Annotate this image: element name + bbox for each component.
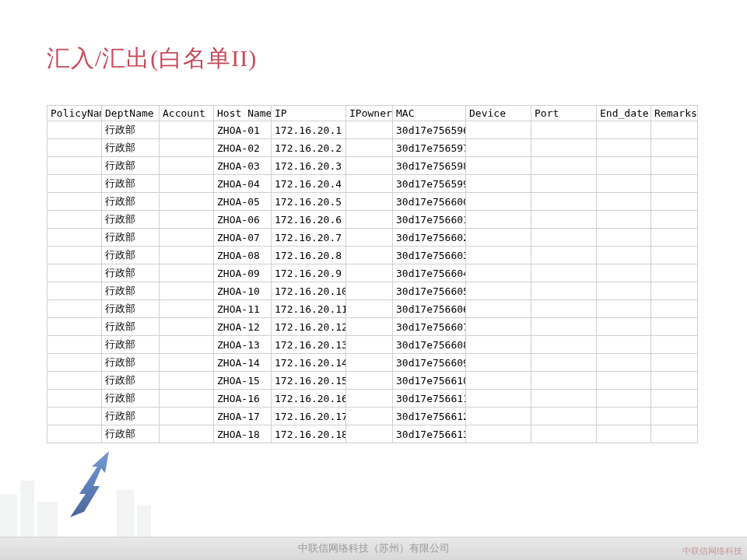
cell-device [466,175,531,193]
cell-mac: 30d17e756609 [393,354,466,372]
cell-ipowner [346,139,393,157]
cell-device [466,229,531,247]
table-row: 行政部ZHOA-16172.16.20.1630d17e756611 [47,390,698,408]
decoration-buildings [0,451,156,537]
cell-deptname: 行政部 [102,354,160,372]
table-row: 行政部ZHOA-07172.16.20.730d17e756602 [47,229,698,247]
cell-end_date [597,121,651,139]
cell-ipowner [346,264,393,282]
cell-end_date [597,300,651,318]
cell-account [160,372,214,390]
cell-mac: 30d17e756607 [393,318,466,336]
cell-port [531,211,597,229]
cell-hostname: ZHOA-05 [214,193,272,211]
cell-ip: 172.16.20.11 [272,300,346,318]
cell-remarks [651,408,698,425]
cell-policynam [47,318,102,336]
cell-hostname: ZHOA-17 [214,408,272,425]
cell-mac: 30d17e756604 [393,264,466,282]
cell-policynam [47,175,102,193]
cell-ipowner [346,157,393,175]
cell-port [531,121,597,139]
cell-ipowner [346,408,393,425]
cell-end_date [597,229,651,247]
cell-ip: 172.16.20.17 [272,408,346,425]
cell-deptname: 行政部 [102,193,160,211]
cell-account [160,121,214,139]
cell-port [531,175,597,193]
cell-ip: 172.16.20.2 [272,139,346,157]
cell-device [466,211,531,229]
col-deptname: DeptName [102,106,160,121]
cell-ip: 172.16.20.9 [272,264,346,282]
cell-remarks [651,390,698,408]
cell-remarks [651,139,698,157]
cell-policynam [47,408,102,425]
cell-hostname: ZHOA-08 [214,247,272,264]
cell-remarks [651,121,698,139]
cell-ip: 172.16.20.15 [272,372,346,390]
cell-ipowner [346,318,393,336]
cell-policynam [47,425,102,443]
table-row: 行政部ZHOA-01172.16.20.130d17e756596 [47,121,698,139]
cell-ipowner [346,229,393,247]
cell-deptname: 行政部 [102,282,160,300]
cell-policynam [47,372,102,390]
table-row: 行政部ZHOA-14172.16.20.1430d17e756609 [47,354,698,372]
cell-mac: 30d17e756602 [393,229,466,247]
cell-ip: 172.16.20.1 [272,121,346,139]
cell-port [531,193,597,211]
cell-account [160,229,214,247]
cell-account [160,247,214,264]
cell-mac: 30d17e756608 [393,336,466,354]
cell-ip: 172.16.20.16 [272,390,346,408]
col-hostname: Host Name [214,106,272,121]
table-row: 行政部ZHOA-08172.16.20.830d17e756603 [47,247,698,264]
cell-port [531,354,597,372]
cell-ip: 172.16.20.13 [272,336,346,354]
table-header-row: PolicyNam DeptName Account Host Name IP … [47,106,698,121]
cell-mac: 30d17e756601 [393,211,466,229]
cell-end_date [597,354,651,372]
cell-device [466,121,531,139]
cell-end_date [597,211,651,229]
cell-end_date [597,175,651,193]
cell-account [160,193,214,211]
cell-end_date [597,247,651,264]
cell-deptname: 行政部 [102,264,160,282]
page-title: 汇入/汇出(白名单II) [47,43,257,75]
cell-mac: 30d17e756606 [393,300,466,318]
cell-account [160,157,214,175]
cell-deptname: 行政部 [102,247,160,264]
col-port: Port [531,106,597,121]
cell-policynam [47,247,102,264]
col-device: Device [466,106,531,121]
cell-policynam [47,139,102,157]
col-policyname: PolicyNam [47,106,102,121]
cell-device [466,157,531,175]
cell-port [531,425,597,443]
cell-port [531,336,597,354]
whitelist-table: PolicyNam DeptName Account Host Name IP … [47,105,698,443]
cell-deptname: 行政部 [102,211,160,229]
cell-hostname: ZHOA-10 [214,282,272,300]
cell-device [466,425,531,443]
cell-account [160,175,214,193]
cell-port [531,157,597,175]
cell-ipowner [346,121,393,139]
cell-remarks [651,211,698,229]
cell-end_date [597,318,651,336]
cell-ipowner [346,390,393,408]
cell-port [531,390,597,408]
cell-remarks [651,354,698,372]
cell-policynam [47,390,102,408]
cell-deptname: 行政部 [102,408,160,425]
cell-deptname: 行政部 [102,300,160,318]
cell-mac: 30d17e756598 [393,157,466,175]
table-row: 行政部ZHOA-12172.16.20.1230d17e756607 [47,318,698,336]
cell-hostname: ZHOA-06 [214,211,272,229]
cell-port [531,282,597,300]
cell-ip: 172.16.20.14 [272,354,346,372]
cell-hostname: ZHOA-12 [214,318,272,336]
cell-port [531,300,597,318]
